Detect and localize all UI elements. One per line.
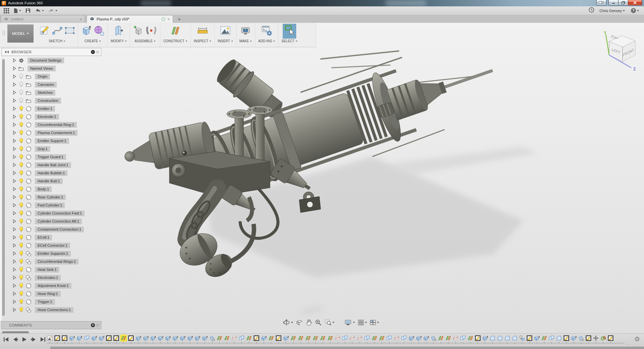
plane-feature-icon[interactable] [372,335,377,341]
spline-feature-icon[interactable] [394,335,399,341]
timeline-feature-spline[interactable] [394,335,399,344]
expand-triangle-icon[interactable] [13,91,17,95]
plane-feature-icon[interactable] [445,335,451,341]
ribbon-group-label[interactable]: CONSTRUCT [163,39,187,43]
extrude-feature-icon[interactable] [187,335,193,341]
go-to-end-button[interactable] [40,337,46,343]
visibility-bulb-icon[interactable] [17,186,25,192]
browser-item-label[interactable]: Sketches [35,90,55,96]
browser-item-trigger-guard-1[interactable]: Trigger Guard:1 [0,153,107,161]
ribbon-group-label[interactable]: CREATE [85,39,101,43]
extrude-feature-icon[interactable] [172,335,178,341]
collapse-left-icon[interactable] [4,50,9,54]
visibility-bulb-icon[interactable] [17,98,25,103]
timeline-feature-spline[interactable] [231,335,237,344]
browser-panel-header[interactable]: BROWSER − |‖ [1,48,101,56]
extrude-feature-icon[interactable] [423,335,429,341]
sketch-feature-icon[interactable] [276,335,281,341]
new-tab-button[interactable]: + [178,16,181,22]
browser-item-containment-connection-1[interactable]: Containment Connection:1 [0,225,107,233]
browser-item-label[interactable]: Emitter:1 [35,106,55,112]
visibility-bulb-icon[interactable] [17,194,25,200]
browser-item-label[interactable]: Emitter Supports:1 [35,251,71,256]
visibility-bulb-icon[interactable] [17,267,25,272]
timeline-feature-mirror[interactable] [460,335,466,344]
timeline-feature-mirror[interactable] [84,335,90,344]
notifications-clock-icon[interactable] [589,7,594,14]
expand-triangle-icon[interactable] [13,82,17,86]
fillet-feature-icon[interactable] [556,335,562,341]
plane-feature-icon[interactable] [217,335,222,341]
rectangle-icon[interactable] [65,26,75,36]
sketch-feature-icon[interactable] [106,335,112,341]
browser-item-named-views[interactable]: Named Views [0,64,107,72]
browser-item-label[interactable]: Named Views [28,66,56,71]
timeline-feature-extrude[interactable] [571,335,577,344]
timeline-settings-gear-icon[interactable]: ⚙ [634,336,640,342]
ribbon-group-label[interactable]: ASSEMBLE [135,39,156,43]
browser-item-label[interactable]: Origin [35,74,50,79]
mirror-feature-icon[interactable] [386,335,392,341]
expand-triangle-icon[interactable] [13,139,17,143]
extrude-feature-icon[interactable] [482,335,488,341]
extrude-feature-icon[interactable] [416,335,422,341]
extrude-feature-icon[interactable] [409,335,414,341]
expand-triangle-icon[interactable] [13,235,17,239]
expand-triangle-icon[interactable] [13,99,17,103]
form-icon[interactable] [94,25,104,37]
tab-plasma-pistol[interactable]: Plasma P...ody v59* × [87,15,173,23]
timeline-feature-plane[interactable] [121,335,126,344]
expand-triangle-icon[interactable] [13,243,17,247]
browser-item-adjustment-knob-1[interactable]: Adjustment Knob:1 [0,282,107,290]
browser-item-electrode-1[interactable]: Electrode:1 [0,113,107,121]
joint-feature-icon[interactable] [519,335,525,341]
visibility-bulb-icon[interactable] [17,235,25,240]
browser-minimize-icon[interactable]: − [91,50,95,54]
new-file-button[interactable] [12,7,22,14]
timeline-feature-plane[interactable] [372,335,377,344]
panel-grip[interactable]: |‖ [96,50,99,54]
go-to-start-button[interactable] [3,337,9,343]
timeline-feature-extrude[interactable] [158,335,163,344]
browser-item-label[interactable]: Handle Ball Joint:1 [35,162,71,168]
timeline-feature-plane[interactable] [438,335,444,344]
visibility-bulb-icon[interactable] [17,251,25,256]
pan-button[interactable] [306,319,312,326]
timeline-feature-extrude[interactable] [172,335,178,344]
browser-item-label[interactable]: Containment Connection:1 [35,227,84,232]
plane-feature-icon[interactable] [298,335,304,341]
select-cursor-icon[interactable] [283,24,296,39]
spline-feature-icon[interactable] [357,335,363,341]
ribbon-group-label[interactable]: INSPECT [194,39,211,43]
timeline-feature-presspull[interactable] [578,335,584,344]
timeline-feature-extrude[interactable] [283,335,289,344]
expand-triangle-icon[interactable] [13,292,17,296]
browser-item-handle-ball-joint-1[interactable]: Handle Ball Joint:1 [0,161,107,169]
timeline-feature-spline[interactable] [350,335,355,344]
browser-item-label[interactable]: Cylinder Connection Fwd:1 [35,211,85,216]
visibility-bulb-icon[interactable] [17,259,25,264]
browser-item-label[interactable]: Emitter Support:1 [35,138,69,144]
play-button[interactable] [22,337,27,343]
expand-triangle-icon[interactable] [13,203,17,207]
browser-item-label[interactable]: ECell Connector:1 [35,243,70,248]
visibility-bulb-icon[interactable] [17,170,25,176]
timeline-feature-plane[interactable] [327,335,333,344]
plane-feature-icon[interactable] [246,335,252,341]
extrude-icon[interactable] [81,25,91,37]
browser-item-plasma-containment-1[interactable]: Plasma Containment:1 [0,129,107,137]
browser-item-hose-connections-1[interactable]: Hose Connections:1 [0,306,107,314]
browser-item-label[interactable]: Handle Bubble:1 [35,170,67,176]
browser-item-label[interactable]: Hose Ring:1 [35,291,61,297]
timeline-feature-extrude[interactable] [482,335,488,344]
mirror-feature-icon[interactable] [342,335,348,341]
browser-item-label[interactable]: Electrode:1 [35,114,59,120]
close-tab-icon[interactable]: × [80,17,82,21]
browser-item-label[interactable]: Construction [35,98,61,104]
extrude-feature-icon[interactable] [91,335,97,341]
timeline-feature-sketch[interactable] [276,335,281,344]
browser-item-origin[interactable]: Origin [0,72,107,80]
extrude-feature-icon[interactable] [136,335,141,341]
expand-triangle-icon[interactable] [13,131,17,135]
plane-feature-icon[interactable] [305,335,311,341]
